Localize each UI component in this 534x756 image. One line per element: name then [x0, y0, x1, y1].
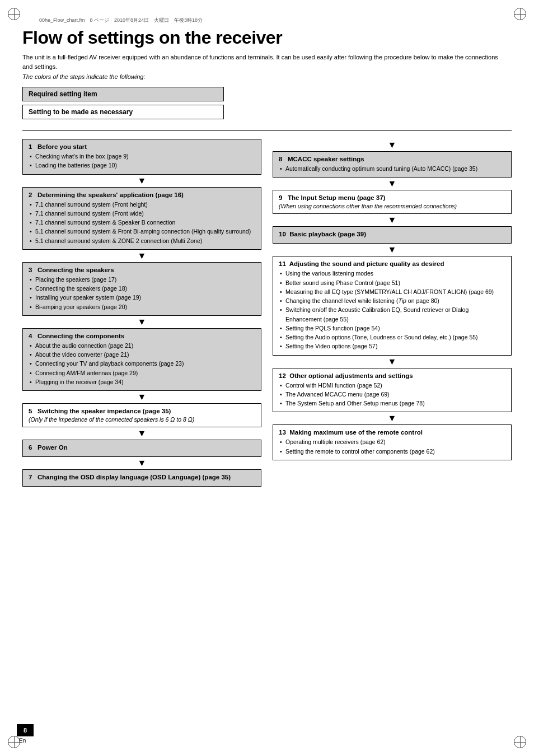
step6-box: 6 Power On — [22, 440, 261, 457]
legend-optional: Setting to be made as necessary — [22, 105, 224, 119]
step11-bullet5: Switching on/off the Acoustic Calibratio… — [280, 305, 505, 324]
step3-bullet4: Bi-amping your speakers (page 20) — [30, 302, 255, 311]
step2-bullet1: 7.1 channel surround system (Front heigh… — [30, 200, 255, 209]
arrow11: ▼ — [273, 356, 512, 368]
step13-bullet2: Setting the remote to control other comp… — [280, 447, 505, 456]
step11-bullets: Using the various listening modes Better… — [279, 269, 505, 351]
intro-text: The unit is a full-fledged AV receiver e… — [22, 53, 504, 71]
arrow2: ▼ — [22, 250, 261, 262]
step2-title: 2 Determining the speakers' application … — [29, 192, 255, 198]
file-line: 00he_Flow_chart.fm 8 ページ 2010年8月24日 火曜日 … — [39, 17, 512, 24]
step1-bullet2: Loading the batteries (page 10) — [30, 161, 255, 170]
step4-bullets: About the audio connection (page 21) Abo… — [29, 341, 255, 386]
step12-box: 12 Other optional adjustments and settin… — [273, 368, 512, 413]
right-column: ▼ 8 MCACC speaker settings Automatically… — [273, 139, 512, 487]
step6-title: 6 Power On — [29, 444, 255, 451]
step12-bullet2: The Advanced MCACC menu (page 69) — [280, 390, 505, 399]
page-lang: En — [19, 738, 26, 744]
step4-title: 4 Connecting the components — [29, 333, 255, 339]
step12-bullets: Control with HDMI function (page 52) The… — [279, 381, 505, 408]
arrow1: ▼ — [22, 175, 261, 187]
step7-box: 7 Changing the OSD display language (OSD… — [22, 469, 261, 487]
step3-bullet1: Placing the speakers (page 17) — [30, 275, 255, 284]
step4-bullet3: Connecting your TV and playback componen… — [30, 359, 255, 368]
arrow8: ▼ — [273, 178, 512, 190]
arrow9: ▼ — [273, 214, 512, 226]
step8-box: 8 MCACC speaker settings Automatically c… — [273, 151, 512, 178]
step11-bullet6: Setting the PQLS function (page 54) — [280, 324, 505, 333]
page-number-box: 8 — [17, 724, 34, 736]
arrow4: ▼ — [22, 391, 261, 403]
content-columns: 1 Before you start Checking what's in th… — [22, 139, 512, 487]
step11-bullet1: Using the various listening modes — [280, 269, 505, 278]
step2-bullets: 7.1 channel surround system (Front heigh… — [29, 200, 255, 245]
step3-bullet2: Connecting the speakers (page 18) — [30, 284, 255, 293]
step12-bullet3: The System Setup and Other Setup menus (… — [280, 399, 505, 408]
step10-title: 10 Basic playback (page 39) — [279, 231, 505, 237]
step3-bullets: Placing the speakers (page 17) Connectin… — [29, 275, 255, 311]
arrow6: ▼ — [22, 457, 261, 469]
corner-mark-tr — [514, 8, 526, 20]
step4-bullet4: Connecting AM/FM antennas (page 29) — [30, 368, 255, 377]
page: 00he_Flow_chart.fm 8 ページ 2010年8月24日 火曜日 … — [0, 0, 534, 756]
step3-bullet3: Installing your speaker system (page 19) — [30, 293, 255, 302]
step8-bullets: Automatically conducting optimum sound t… — [279, 164, 505, 173]
step11-bullet3: Measuring the all EQ type (SYMMETRY/ALL … — [280, 287, 505, 296]
arrow5: ▼ — [22, 427, 261, 440]
step5-note: (Only if the impedance of the connected … — [29, 416, 255, 423]
step2-bullet2: 7.1 channel surround system (Front wide) — [30, 209, 255, 218]
step13-bullets: Operating multiple receivers (page 62) S… — [279, 437, 505, 456]
step3-title: 3 Connecting the speakers — [29, 267, 255, 273]
step1-title: 1 Before you start — [29, 143, 255, 150]
page-title: Flow of settings on the receiver — [22, 27, 512, 48]
step8-bullet1: Automatically conducting optimum sound t… — [280, 164, 505, 173]
step9-box: 9 The Input Setup menu (page 37) (When u… — [273, 190, 512, 214]
corner-mark-br — [514, 736, 526, 748]
arrow-r-top: ▼ — [273, 139, 512, 151]
left-column: 1 Before you start Checking what's in th… — [22, 139, 261, 487]
step9-note: (When using connections other than the r… — [279, 203, 505, 209]
step12-bullet1: Control with HDMI function (page 52) — [280, 381, 505, 390]
step11-bullet8: Setting the Video options (page 57) — [280, 342, 505, 351]
legend-required: Required setting item — [22, 87, 224, 101]
arrow10: ▼ — [273, 244, 512, 256]
step4-box: 4 Connecting the components About the au… — [22, 328, 261, 391]
arrow3: ▼ — [22, 316, 261, 328]
step11-bullet2: Better sound using Phase Control (page 5… — [280, 278, 505, 287]
step2-bullet5: 5.1 channel surround system & ZONE 2 con… — [30, 236, 255, 245]
step13-title: 13 Making maximum use of the remote cont… — [279, 429, 505, 436]
legend-container: Required setting item Setting to be made… — [22, 87, 512, 123]
step1-bullets: Checking what's in the box (page 9) Load… — [29, 152, 255, 170]
page-number: 8 — [24, 727, 27, 734]
corner-mark-tl — [8, 8, 20, 20]
step9-title: 9 The Input Setup menu (page 37) — [279, 194, 505, 201]
step7-title: 7 Changing the OSD display language (OSD… — [29, 474, 255, 480]
step2-bullet3: 7.1 channel surround system & Speaker B … — [30, 218, 255, 227]
step1-bullet1: Checking what's in the box (page 9) — [30, 152, 255, 161]
step13-bullet1: Operating multiple receivers (page 62) — [280, 437, 505, 446]
step10-box: 10 Basic playback (page 39) — [273, 226, 512, 244]
step1-box: 1 Before you start Checking what's in th… — [22, 139, 261, 175]
step5-title: 5 Switching the speaker impedance (page … — [29, 408, 255, 414]
step8-title: 8 MCACC speaker settings — [279, 156, 505, 162]
step4-bullet1: About the audio connection (page 21) — [30, 341, 255, 350]
step2-bullet4: 5.1 channel surround system & Front Bi-a… — [30, 227, 255, 236]
step11-bullet7: Setting the Audio options (Tone, Loudnes… — [280, 333, 505, 342]
step11-box: 11 Adjusting the sound and picture quali… — [273, 256, 512, 355]
step2-box: 2 Determining the speakers' application … — [22, 187, 261, 250]
step3-box: 3 Connecting the speakers Placing the sp… — [22, 262, 261, 316]
divider — [22, 130, 512, 131]
step11-bullet4: Changing the channel level while listeni… — [280, 296, 505, 305]
arrow12: ▼ — [273, 412, 512, 424]
step5-box: 5 Switching the speaker impedance (page … — [22, 403, 261, 427]
step11-title: 11 Adjusting the sound and picture quali… — [279, 260, 505, 267]
step12-title: 12 Other optional adjustments and settin… — [279, 372, 505, 379]
step4-bullet2: About the video converter (page 21) — [30, 350, 255, 359]
corner-mark-bl — [8, 736, 20, 748]
color-note: The colors of the steps indicate the fol… — [22, 73, 512, 80]
step4-bullet5: Plugging in the receiver (page 34) — [30, 377, 255, 386]
step13-box: 13 Making maximum use of the remote cont… — [273, 424, 512, 460]
